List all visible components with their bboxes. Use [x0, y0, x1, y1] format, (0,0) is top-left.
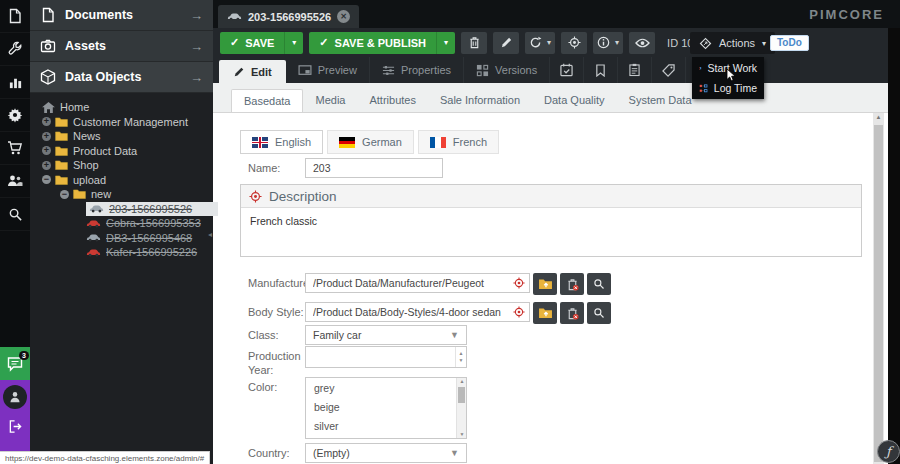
- user-avatar[interactable]: [3, 385, 27, 409]
- body-style-search-button[interactable]: [587, 302, 611, 324]
- tab-edit[interactable]: Edit: [219, 60, 286, 83]
- manufacturer-remove-button[interactable]: [560, 273, 584, 295]
- menu-item-start-work[interactable]: Start Work: [692, 58, 764, 78]
- description-fieldset: Description French classic: [240, 184, 862, 257]
- tab-media[interactable]: Media: [303, 89, 357, 113]
- tab-versions[interactable]: Versions: [464, 57, 550, 83]
- tree-item-news[interactable]: + News: [30, 129, 213, 144]
- save-publish-button[interactable]: ✓SAVE & PUBLISH ▾: [309, 32, 455, 54]
- documents-rail-icon[interactable]: [0, 0, 30, 33]
- panel-arrow-icon[interactable]: →: [190, 70, 203, 85]
- scroll-thumb[interactable]: [874, 125, 883, 462]
- scroll-up-icon[interactable]: ▲: [457, 378, 467, 384]
- locate-in-tree-button[interactable]: [561, 32, 587, 54]
- save-button[interactable]: ✓SAVE ▾: [220, 32, 303, 54]
- open-preview-button[interactable]: [629, 32, 655, 54]
- country-select[interactable]: (Empty) ▼: [305, 443, 467, 463]
- tree-item-db3[interactable]: DB3-1566995468: [30, 231, 213, 246]
- production-year-input[interactable]: [306, 347, 455, 367]
- reports-rail-icon[interactable]: [0, 66, 30, 99]
- production-year-spinner[interactable]: ▲ ▼: [305, 346, 467, 368]
- scroll-down-icon[interactable]: ▼: [457, 431, 467, 437]
- sidebar-panel-data-objects[interactable]: Data Objects →: [30, 62, 213, 93]
- tab-data-quality[interactable]: Data Quality: [532, 89, 617, 113]
- tree-resize-handle[interactable]: ◂: [208, 230, 212, 239]
- expand-plus-icon[interactable]: +: [42, 117, 51, 126]
- tab-system-data[interactable]: System Data: [617, 89, 704, 113]
- tree-item-product-data[interactable]: + Product Data: [30, 144, 213, 159]
- body-style-open-button[interactable]: [533, 302, 557, 324]
- rename-button[interactable]: [493, 32, 519, 54]
- tree-item-upload[interactable]: − upload: [30, 173, 213, 188]
- sidebar-panel-documents[interactable]: Documents →: [30, 0, 213, 31]
- color-option-silver[interactable]: silver: [306, 416, 466, 435]
- manufacturer-open-button[interactable]: [533, 273, 557, 295]
- expand-plus-icon[interactable]: +: [42, 146, 51, 155]
- panel-arrow-icon[interactable]: →: [190, 8, 203, 23]
- collapse-minus-icon[interactable]: −: [60, 190, 69, 199]
- tree-item-customer-management[interactable]: + Customer Management: [30, 115, 213, 130]
- expand-plus-icon[interactable]: +: [42, 132, 51, 141]
- color-multiselect[interactable]: grey beige silver ▲ ▼: [305, 377, 467, 439]
- collapse-minus-icon[interactable]: −: [42, 175, 51, 184]
- schedule-button[interactable]: [550, 57, 584, 83]
- open-object-tab[interactable]: 203-1566995526 ✕: [218, 5, 359, 28]
- check-icon: ✓: [319, 36, 328, 49]
- tab-properties[interactable]: Properties: [370, 57, 464, 83]
- close-tab-icon[interactable]: ✕: [337, 10, 350, 23]
- manufacturer-search-button[interactable]: [587, 273, 611, 295]
- lang-tab-german[interactable]: German: [327, 130, 414, 154]
- reports-button[interactable]: [618, 57, 652, 83]
- name-input[interactable]: [305, 158, 443, 178]
- tree-item-cobra[interactable]: Cobra-1566995353: [30, 216, 213, 231]
- sidebar-panel-assets[interactable]: Assets →: [30, 31, 213, 62]
- description-editor[interactable]: French classic: [241, 208, 861, 234]
- tree-item-new[interactable]: − new: [30, 187, 213, 202]
- ecommerce-cart-icon[interactable]: [0, 132, 30, 165]
- tags-button[interactable]: [652, 57, 686, 83]
- reload-dropdown-caret[interactable]: ▾: [547, 38, 551, 47]
- car-icon: [86, 233, 101, 242]
- expand-plus-icon[interactable]: +: [42, 161, 51, 170]
- tree-item-203-selected[interactable]: 203-1566995526: [30, 202, 213, 217]
- color-option-grey[interactable]: grey: [306, 378, 466, 397]
- tab-basedata[interactable]: Basedata: [231, 89, 303, 113]
- spin-up-icon[interactable]: ▲: [459, 350, 464, 357]
- chat-button[interactable]: 3: [0, 347, 30, 380]
- main-scrollbar[interactable]: ▲: [873, 113, 884, 464]
- info-button[interactable]: ▾: [593, 32, 623, 54]
- uk-flag-icon: [252, 137, 268, 148]
- delete-button[interactable]: [461, 32, 487, 54]
- color-option-beige[interactable]: beige: [306, 397, 466, 416]
- actions-button[interactable]: Actions ▾: [690, 32, 775, 54]
- logout-icon[interactable]: [0, 413, 30, 439]
- search-icon[interactable]: [0, 198, 30, 231]
- manufacturer-input[interactable]: [305, 273, 530, 293]
- spin-down-icon[interactable]: ▼: [459, 357, 464, 364]
- reload-button[interactable]: ▾: [525, 32, 555, 54]
- tools-rail-icon[interactable]: [0, 33, 30, 66]
- feedback-widget-icon[interactable]: ƒ: [877, 440, 900, 463]
- lang-tab-english[interactable]: English: [240, 130, 323, 154]
- tree-item-kafer[interactable]: Kafer-1566995226: [30, 245, 213, 260]
- body-style-remove-button[interactable]: [560, 302, 584, 324]
- tree-item-shop[interactable]: + Shop: [30, 158, 213, 173]
- class-select[interactable]: Family car ▼: [305, 325, 467, 345]
- save-dropdown-caret[interactable]: ▾: [284, 32, 303, 54]
- body-style-input[interactable]: [305, 302, 530, 322]
- notes-button[interactable]: [584, 57, 618, 83]
- color-list-scrollbar[interactable]: ▲ ▼: [456, 378, 466, 438]
- check-icon: ✓: [230, 36, 239, 49]
- tree-item-home[interactable]: Home: [30, 100, 213, 115]
- save-publish-dropdown-caret[interactable]: ▾: [436, 32, 455, 54]
- scroll-up-icon[interactable]: ▲: [873, 114, 884, 120]
- tab-preview[interactable]: Preview: [286, 57, 370, 83]
- panel-arrow-icon[interactable]: →: [190, 39, 203, 54]
- customers-users-icon[interactable]: [0, 165, 30, 198]
- tab-attributes[interactable]: Attributes: [357, 89, 427, 113]
- tab-sale-information[interactable]: Sale Information: [428, 89, 532, 113]
- settings-gear-icon[interactable]: [0, 99, 30, 132]
- scroll-thumb[interactable]: [458, 387, 465, 403]
- lang-tab-french[interactable]: French: [418, 130, 499, 154]
- info-dropdown-caret[interactable]: ▾: [615, 38, 619, 47]
